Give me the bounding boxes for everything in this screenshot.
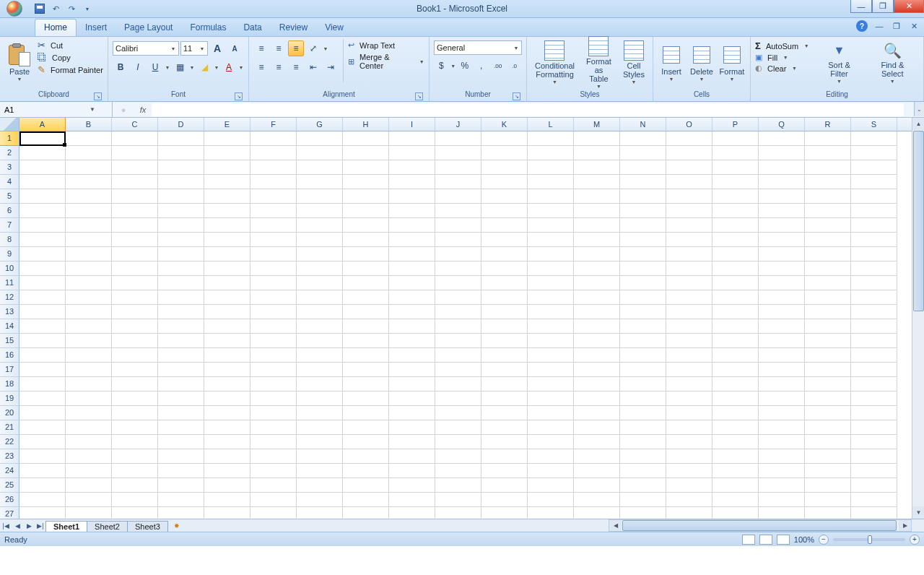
cell[interactable] — [528, 261, 574, 276]
cell[interactable] — [574, 449, 620, 464]
cell[interactable] — [297, 290, 343, 305]
cell[interactable] — [297, 464, 343, 478]
cell[interactable] — [528, 363, 574, 377]
fill-color-button[interactable]: ◢ — [196, 59, 212, 75]
cell[interactable] — [297, 406, 343, 420]
tab-review[interactable]: Review — [271, 20, 316, 36]
qat-dropdown[interactable]: ▼ — [81, 2, 94, 15]
cell[interactable] — [250, 348, 297, 363]
cell[interactable] — [666, 363, 712, 377]
cell[interactable] — [712, 218, 759, 233]
cell[interactable] — [343, 319, 389, 334]
cell[interactable] — [66, 160, 112, 175]
cell[interactable] — [204, 435, 250, 449]
cell[interactable] — [759, 348, 805, 363]
cell[interactable] — [389, 449, 435, 464]
cell[interactable] — [574, 189, 620, 204]
cell[interactable] — [204, 507, 250, 519]
cell[interactable] — [250, 464, 297, 478]
align-bottom-button[interactable]: ≡ — [288, 40, 304, 56]
cell[interactable] — [666, 507, 712, 519]
cell[interactable] — [19, 348, 66, 363]
prev-sheet-button[interactable]: ◀ — [12, 520, 23, 532]
tab-data[interactable]: Data — [235, 20, 270, 36]
last-sheet-button[interactable]: ▶| — [35, 520, 46, 532]
cell[interactable] — [204, 146, 250, 160]
cell[interactable] — [481, 204, 528, 218]
cell[interactable] — [805, 478, 851, 493]
cell[interactable] — [851, 204, 897, 218]
cell[interactable] — [666, 160, 712, 175]
cell[interactable] — [851, 160, 897, 175]
cell[interactable] — [204, 305, 250, 319]
cell[interactable] — [158, 493, 204, 507]
cell[interactable] — [297, 175, 343, 189]
cell[interactable] — [66, 392, 112, 406]
cell[interactable] — [158, 189, 204, 204]
worksheet-grid[interactable]: ABCDEFGHIJKLMNOPQRS 12345678910111213141… — [0, 118, 924, 519]
cell[interactable] — [66, 507, 112, 519]
cell[interactable] — [158, 377, 204, 392]
cell[interactable] — [528, 189, 574, 204]
cell[interactable] — [528, 290, 574, 305]
cell[interactable] — [851, 507, 897, 519]
cell[interactable] — [712, 233, 759, 247]
cell[interactable] — [112, 478, 158, 493]
cell[interactable] — [481, 435, 528, 449]
cell[interactable] — [528, 204, 574, 218]
copy-button[interactable]: Copy — [38, 53, 103, 62]
cell[interactable] — [19, 406, 66, 420]
cell[interactable] — [297, 392, 343, 406]
cell[interactable] — [805, 189, 851, 204]
row-header-1[interactable]: 1 — [0, 131, 19, 146]
cell[interactable] — [204, 160, 250, 175]
cell[interactable] — [805, 507, 851, 519]
cell[interactable] — [759, 334, 805, 348]
cell[interactable] — [620, 218, 666, 233]
sheet-tab-1[interactable]: Sheet1 — [45, 521, 87, 532]
cell[interactable] — [574, 160, 620, 175]
cell[interactable] — [19, 449, 66, 464]
cell[interactable] — [620, 334, 666, 348]
cell[interactable] — [204, 363, 250, 377]
cell[interactable] — [389, 464, 435, 478]
cell[interactable] — [528, 276, 574, 290]
formula-input[interactable] — [152, 103, 904, 116]
cell[interactable] — [389, 233, 435, 247]
cell[interactable] — [666, 493, 712, 507]
row-header-12[interactable]: 12 — [0, 290, 19, 305]
cell[interactable] — [297, 189, 343, 204]
scroll-right-button[interactable]: ▶ — [899, 520, 911, 531]
cell[interactable] — [250, 493, 297, 507]
cell[interactable] — [805, 449, 851, 464]
cell[interactable] — [666, 420, 712, 435]
decrease-indent-button[interactable]: ⇤ — [305, 59, 321, 75]
cell[interactable] — [805, 146, 851, 160]
cell[interactable] — [435, 478, 481, 493]
cell[interactable] — [250, 131, 297, 146]
cell[interactable] — [66, 290, 112, 305]
cell[interactable] — [712, 493, 759, 507]
cell[interactable] — [805, 305, 851, 319]
cell[interactable] — [620, 449, 666, 464]
cell[interactable] — [66, 363, 112, 377]
cell[interactable] — [805, 261, 851, 276]
cell[interactable] — [204, 247, 250, 261]
cell[interactable] — [851, 218, 897, 233]
cell[interactable] — [112, 204, 158, 218]
name-box[interactable]: ▼ — [0, 102, 113, 117]
cell[interactable] — [389, 507, 435, 519]
column-header-A[interactable]: A — [19, 118, 66, 131]
vertical-scrollbar[interactable]: ▲ ▼ — [912, 118, 924, 519]
cell[interactable] — [481, 420, 528, 435]
cell[interactable] — [250, 233, 297, 247]
cell[interactable] — [620, 146, 666, 160]
cell[interactable] — [528, 406, 574, 420]
cell[interactable] — [712, 131, 759, 146]
cell[interactable] — [851, 464, 897, 478]
cell[interactable] — [528, 435, 574, 449]
cell[interactable] — [343, 377, 389, 392]
cell[interactable] — [759, 290, 805, 305]
cell[interactable] — [435, 435, 481, 449]
cell[interactable] — [805, 420, 851, 435]
